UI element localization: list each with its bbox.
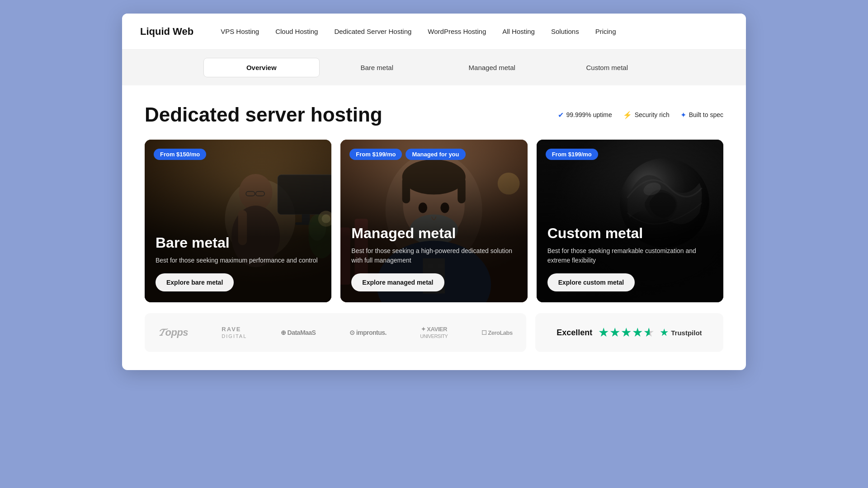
card-custom-metal: From $199/mo Custom metal Best for those… xyxy=(537,140,723,302)
tab-custom-metal[interactable]: Custom metal xyxy=(550,58,665,77)
logo-zerolabs: ☐ ZeroLabs xyxy=(481,329,513,336)
star-4 xyxy=(632,328,642,338)
logo-topps: 𝓣opps xyxy=(158,327,188,338)
logo-rave: RAVEDIGITAL xyxy=(222,326,247,339)
tab-bare-metal[interactable]: Bare metal xyxy=(320,58,435,77)
sub-nav: Overview Bare metal Managed metal Custom… xyxy=(122,50,746,85)
logo-improntus: ⊙ improntus. xyxy=(349,329,387,336)
tab-overview[interactable]: Overview xyxy=(203,58,320,77)
trustpilot-widget: Excellent Trustpilot xyxy=(535,313,723,352)
card-bare-metal: From $150/mo Bare metal Best for those s… xyxy=(145,140,331,302)
nav-item-wordpress[interactable]: WordPress Hosting xyxy=(428,28,486,36)
main-content: Dedicated server hosting ✔ 99.999% uptim… xyxy=(122,85,746,370)
client-logos: 𝓣opps RAVEDIGITAL ⊕ DataMaaS ⊙ improntus… xyxy=(145,313,526,352)
product-cards: From $150/mo Bare metal Best for those s… xyxy=(145,140,723,302)
bare-metal-cta[interactable]: Explore bare metal xyxy=(156,273,234,291)
managed-metal-title: Managed metal xyxy=(351,225,516,242)
custom-metal-price-tag: From $199/mo xyxy=(546,149,598,160)
nav-item-dedicated[interactable]: Dedicated Server Hosting xyxy=(334,28,411,36)
bare-metal-desc: Best for those seeking maximum performan… xyxy=(156,256,321,265)
shield-icon: ✔ xyxy=(558,111,564,119)
bare-metal-title: Bare metal xyxy=(156,235,321,251)
bottom-row: 𝓣opps RAVEDIGITAL ⊕ DataMaaS ⊙ improntus… xyxy=(145,313,723,352)
logo[interactable]: Liquid Web xyxy=(140,26,193,38)
managed-metal-cta[interactable]: Explore managed metal xyxy=(351,273,444,291)
nav-item-cloud[interactable]: Cloud Hosting xyxy=(275,28,318,36)
page-title: Dedicated server hosting xyxy=(145,103,382,126)
star-3 xyxy=(621,328,631,338)
bare-metal-tags: From $150/mo xyxy=(154,149,206,160)
star-5-half xyxy=(644,328,654,338)
browser-window: Liquid Web VPS Hosting Cloud Hosting Ded… xyxy=(122,14,746,370)
custom-metal-desc: Best for those seeking remarkable custom… xyxy=(547,246,712,265)
custom-metal-cta[interactable]: Explore custom metal xyxy=(547,273,635,291)
custom-metal-content: Custom metal Best for those seeking rema… xyxy=(537,216,723,302)
logo-xavier: ✦ XAVIERUNIVERSITY xyxy=(420,326,448,339)
trustpilot-icon xyxy=(660,328,668,337)
nav-item-vps[interactable]: VPS Hosting xyxy=(221,28,259,36)
logo-datamaas: ⊕ DataMaaS xyxy=(281,329,316,336)
badge-security: ⚡ Security rich xyxy=(623,111,670,119)
trustpilot-stars xyxy=(599,328,654,338)
bare-metal-content: Bare metal Best for those seeking maximu… xyxy=(145,225,331,302)
managed-for-you-tag: Managed for you xyxy=(406,149,465,160)
nav-item-solutions[interactable]: Solutions xyxy=(551,28,579,36)
managed-metal-desc: Best for those seeking a high-powered de… xyxy=(351,246,516,265)
badge-spec: ✦ Built to spec xyxy=(680,111,723,119)
title-row: Dedicated server hosting ✔ 99.999% uptim… xyxy=(145,103,723,126)
badges-row: ✔ 99.999% uptime ⚡ Security rich ✦ Built… xyxy=(558,111,723,119)
nav-item-pricing[interactable]: Pricing xyxy=(595,28,616,36)
tab-managed-metal[interactable]: Managed metal xyxy=(434,58,550,77)
nav-list: VPS Hosting Cloud Hosting Dedicated Serv… xyxy=(221,28,616,36)
bare-metal-price-tag: From $150/mo xyxy=(154,149,206,160)
managed-metal-price-tag: From $199/mo xyxy=(349,149,402,160)
managed-metal-content: Managed metal Best for those seeking a h… xyxy=(340,216,527,302)
nav-item-all[interactable]: All Hosting xyxy=(502,28,535,36)
custom-metal-title: Custom metal xyxy=(547,225,712,242)
card-managed-metal: From $199/mo Managed for you Managed met… xyxy=(340,140,527,302)
badge-uptime: ✔ 99.999% uptime xyxy=(558,111,612,119)
trustpilot-brand: Trustpilot xyxy=(660,328,702,337)
bolt-icon: ⚡ xyxy=(623,111,632,119)
trustpilot-rating-label: Excellent xyxy=(557,328,592,338)
managed-metal-tags: From $199/mo Managed for you xyxy=(349,149,465,160)
header: Liquid Web VPS Hosting Cloud Hosting Ded… xyxy=(122,14,746,50)
main-nav: VPS Hosting Cloud Hosting Dedicated Serv… xyxy=(221,28,616,36)
spec-icon: ✦ xyxy=(680,111,686,119)
custom-metal-tags: From $199/mo xyxy=(546,149,598,160)
star-1 xyxy=(599,328,609,338)
star-2 xyxy=(610,328,620,338)
